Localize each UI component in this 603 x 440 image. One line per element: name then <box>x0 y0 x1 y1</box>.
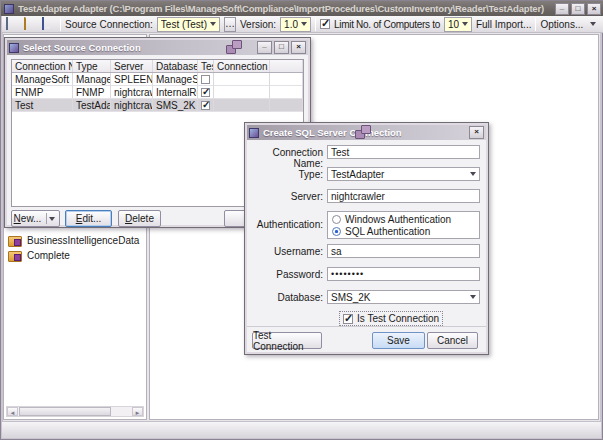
cell-filler <box>270 86 303 99</box>
save-button-label: Save <box>387 335 410 346</box>
main-toolbar: Source Connection: Test (Test) … Version… <box>2 16 603 33</box>
is-test-connection-label: Is Test Connection <box>357 313 439 324</box>
password-value: •••••••• <box>331 269 479 279</box>
cell-connection-string <box>214 86 270 99</box>
table-row[interactable]: FNMP FNMP nightcrawler InternalRollout <box>12 86 303 99</box>
browse-connection-button[interactable]: … <box>224 17 236 32</box>
chevron-down-icon <box>590 22 596 26</box>
sql-auth-label: SQL Authentication <box>345 226 430 237</box>
column-header-database[interactable]: Database <box>153 60 198 72</box>
version-label: Version: <box>240 19 276 30</box>
column-header-server[interactable]: Server <box>111 60 153 72</box>
close-icon[interactable]: × <box>469 126 484 139</box>
source-connection-label: Source Connection: <box>65 19 153 30</box>
column-header-connection-name[interactable]: Connection Name <box>12 60 73 72</box>
close-icon[interactable]: × <box>291 41 306 54</box>
app-icon <box>4 4 14 14</box>
delete-button[interactable]: Delete <box>118 210 161 227</box>
minimize-icon[interactable]: _ <box>555 3 569 15</box>
scrollbar-thumb[interactable] <box>19 407 111 416</box>
column-header-type[interactable]: Type <box>73 60 111 72</box>
tree-item-label: BusinessIntelligenceData <box>27 235 139 246</box>
username-label: Username: <box>245 246 323 257</box>
save-button[interactable]: Save <box>372 332 425 349</box>
cancel-button-label: Cancel <box>437 335 468 346</box>
windows-auth-option[interactable]: Windows Authentication <box>332 213 475 225</box>
close-icon[interactable]: × <box>587 3 601 15</box>
new-button-label: New... <box>14 213 42 224</box>
limit-computers-combo[interactable]: 10 <box>444 17 472 32</box>
cell-filler <box>270 73 303 86</box>
minimize-icon[interactable]: _ <box>257 41 272 54</box>
cascade-windows-icon <box>226 40 244 55</box>
limit-computers-label: Limit No. of Computers to <box>334 19 440 30</box>
table-row[interactable]: ManageSoft ManageSoft SPLEEN ManageSoft <box>12 73 303 86</box>
limit-computers-checkbox[interactable] <box>320 19 330 29</box>
cell-connection-string <box>214 73 270 86</box>
select-dialog-titlebar: Select Source Connection _ □ × <box>7 40 308 55</box>
version-combo[interactable]: 1.0 <box>280 17 311 32</box>
authentication-label: Authentication: <box>245 219 323 230</box>
cell-test <box>198 73 214 86</box>
main-titlebar: TestAdapter Adapter (C:\Program Files\Ma… <box>1 1 603 16</box>
type-value: TestAdapter <box>331 169 467 180</box>
chevron-down-icon <box>470 172 476 176</box>
edit-button-label: Edit... <box>76 213 102 224</box>
server-field[interactable]: nightcrawler <box>327 189 480 203</box>
horizontal-scrollbar[interactable]: ◄ ► <box>6 406 144 417</box>
cancel-button[interactable]: Cancel <box>427 332 478 349</box>
is-test-connection-checkbox[interactable] <box>343 314 353 324</box>
server-value: nightcrawler <box>331 191 479 202</box>
options-button[interactable]: Options... <box>540 19 583 30</box>
cell-test <box>198 99 214 112</box>
toolbar-separator <box>60 18 61 31</box>
password-field[interactable]: •••••••• <box>327 267 480 281</box>
chevron-down-icon <box>301 22 307 26</box>
cell-connection-name: ManageSoft <box>12 73 73 86</box>
delete-button-label: Delete <box>125 213 154 224</box>
test-connection-button[interactable]: Test Connection <box>252 332 322 349</box>
connection-name-field[interactable]: Test <box>327 145 480 159</box>
split-divider <box>46 213 47 224</box>
new-file-icon[interactable] <box>6 18 20 31</box>
cell-type: FNMP <box>73 86 111 99</box>
maximize-icon[interactable]: □ <box>571 3 585 15</box>
open-folder-icon[interactable] <box>24 18 38 31</box>
cell-type: ManageSoft <box>73 73 111 86</box>
tree-item-label: Complete <box>27 250 70 261</box>
column-header-connection-string[interactable]: Connection String <box>214 60 270 72</box>
select-dialog-title: Select Source Connection <box>23 42 255 53</box>
sql-auth-option[interactable]: SQL Authentication <box>332 225 475 237</box>
cell-database: InternalRollout <box>153 86 198 99</box>
database-label: Database: <box>245 292 323 303</box>
column-header-test[interactable]: Test <box>198 60 214 72</box>
test-checkbox[interactable] <box>201 88 210 97</box>
type-combo[interactable]: TestAdapter <box>327 167 480 181</box>
scroll-left-icon[interactable]: ◄ <box>7 407 18 416</box>
dialog-icon <box>249 128 259 138</box>
cell-type: TestAdapter <box>73 99 111 112</box>
is-test-connection-option[interactable]: Is Test Connection <box>340 312 442 325</box>
username-field[interactable]: sa <box>327 244 480 258</box>
source-connection-combo[interactable]: Test (Test) <box>157 17 220 32</box>
database-value: SMS_2K <box>331 292 467 303</box>
save-icon[interactable] <box>42 18 56 31</box>
new-button[interactable]: New... <box>11 210 60 227</box>
create-sql-connection-dialog: Create SQL Server Connection × Connectio… <box>244 122 489 355</box>
maximize-icon[interactable]: □ <box>274 41 289 54</box>
scroll-right-icon[interactable]: ► <box>132 407 143 416</box>
test-checkbox[interactable] <box>201 101 210 110</box>
full-import-button[interactable]: Full Import... <box>476 19 532 30</box>
server-label: Server: <box>245 191 323 202</box>
database-combo[interactable]: SMS_2K <box>327 290 480 304</box>
test-checkbox[interactable] <box>201 75 210 84</box>
tree-item-businessintelligencedata[interactable]: BusinessIntelligenceData <box>8 233 139 247</box>
limit-computers-value: 10 <box>448 19 459 30</box>
sql-auth-radio[interactable] <box>332 227 341 236</box>
chevron-down-icon <box>49 217 55 221</box>
edit-button[interactable]: Edit... <box>65 210 112 227</box>
tree-item-complete[interactable]: Complete <box>8 248 70 262</box>
table-row[interactable]: Test TestAdapter nightcrawler SMS_2K <box>12 99 303 112</box>
windows-auth-radio[interactable] <box>332 215 341 224</box>
chevron-down-icon <box>470 295 476 299</box>
